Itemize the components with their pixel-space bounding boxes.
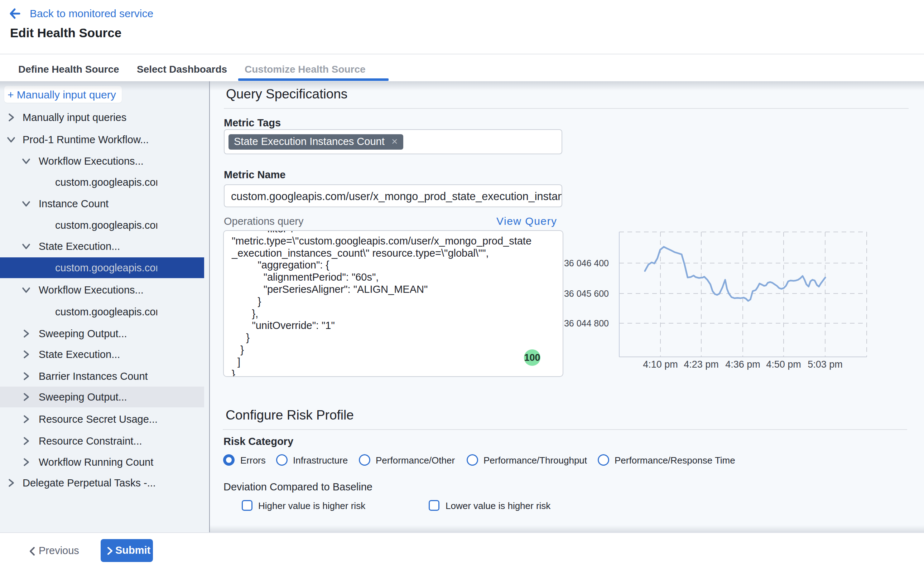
- svg-text:4:50 pm: 4:50 pm: [766, 359, 801, 370]
- svg-text:5:03 pm: 5:03 pm: [808, 359, 843, 370]
- svg-text:4:23 pm: 4:23 pm: [684, 359, 719, 370]
- svg-text:4:36 pm: 4:36 pm: [725, 359, 760, 370]
- svg-text:4:10 pm: 4:10 pm: [643, 359, 678, 370]
- svg-text:36 045 600: 36 045 600: [564, 288, 609, 298]
- svg-text:36 044 800: 36 044 800: [564, 318, 609, 328]
- svg-text:36 046 400: 36 046 400: [564, 258, 609, 268]
